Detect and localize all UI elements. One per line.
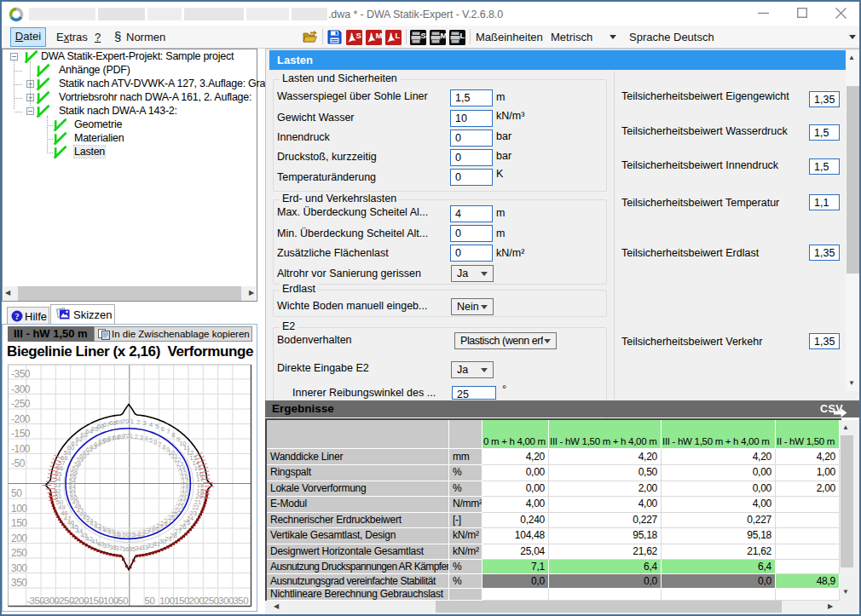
svg-text:350: 350 bbox=[11, 577, 27, 589]
svg-text:-50: -50 bbox=[11, 458, 26, 469]
svg-text:2: 2 bbox=[136, 418, 140, 426]
svg-text:37: 37 bbox=[116, 544, 123, 552]
svg-text:S: S bbox=[421, 31, 426, 40]
svg-text:L: L bbox=[460, 31, 465, 40]
svg-text:7: 7 bbox=[166, 428, 170, 435]
svg-text:L: L bbox=[396, 31, 401, 40]
svg-text:100: 100 bbox=[159, 596, 175, 606]
svg-text:250: 250 bbox=[204, 596, 219, 606]
svg-text:36: 36 bbox=[122, 545, 129, 553]
svg-text:4: 4 bbox=[149, 421, 153, 429]
svg-text:-200: -200 bbox=[11, 413, 31, 425]
svg-text:S: S bbox=[356, 31, 361, 40]
svg-text:6: 6 bbox=[161, 425, 165, 433]
svg-text:7: 7 bbox=[159, 440, 162, 448]
svg-text:3: 3 bbox=[143, 419, 147, 427]
svg-text:-350: -350 bbox=[11, 368, 31, 380]
svg-text:-150: -150 bbox=[11, 428, 31, 440]
svg-text:35: 35 bbox=[129, 545, 136, 553]
svg-text:350: 350 bbox=[233, 596, 248, 606]
svg-text:-100: -100 bbox=[11, 443, 31, 455]
svg-text:200: 200 bbox=[11, 533, 27, 544]
svg-text:38: 38 bbox=[109, 544, 116, 551]
svg-text:100: 100 bbox=[11, 503, 27, 515]
svg-text:5: 5 bbox=[155, 423, 159, 430]
svg-text:250: 250 bbox=[11, 547, 27, 559]
svg-text:-250: -250 bbox=[11, 398, 31, 410]
svg-text:6: 6 bbox=[153, 438, 157, 446]
svg-text:34: 34 bbox=[135, 544, 142, 552]
svg-text:2: 2 bbox=[135, 433, 138, 440]
svg-text:-50: -50 bbox=[115, 596, 128, 606]
svg-text:200: 200 bbox=[189, 596, 205, 606]
svg-text:32: 32 bbox=[147, 542, 154, 550]
svg-text:33: 33 bbox=[142, 544, 148, 551]
svg-text:300: 300 bbox=[11, 562, 27, 574]
svg-text:4: 4 bbox=[144, 435, 147, 442]
svg-text:150: 150 bbox=[174, 596, 189, 606]
svg-text:70: 70 bbox=[123, 432, 130, 440]
svg-text:300: 300 bbox=[218, 596, 234, 606]
svg-text:70: 70 bbox=[122, 417, 129, 425]
svg-text:3: 3 bbox=[140, 434, 143, 441]
svg-text:?: ? bbox=[15, 312, 20, 321]
svg-text:M: M bbox=[441, 31, 447, 40]
svg-text:8: 8 bbox=[171, 431, 175, 439]
svg-text:1: 1 bbox=[130, 432, 133, 440]
svg-text:5: 5 bbox=[149, 436, 153, 444]
svg-text:50: 50 bbox=[11, 487, 22, 499]
svg-text:M: M bbox=[376, 31, 383, 40]
svg-text:150: 150 bbox=[11, 517, 27, 529]
svg-text:-300: -300 bbox=[11, 383, 31, 395]
svg-text:50: 50 bbox=[145, 596, 155, 606]
svg-text:1: 1 bbox=[130, 417, 134, 425]
